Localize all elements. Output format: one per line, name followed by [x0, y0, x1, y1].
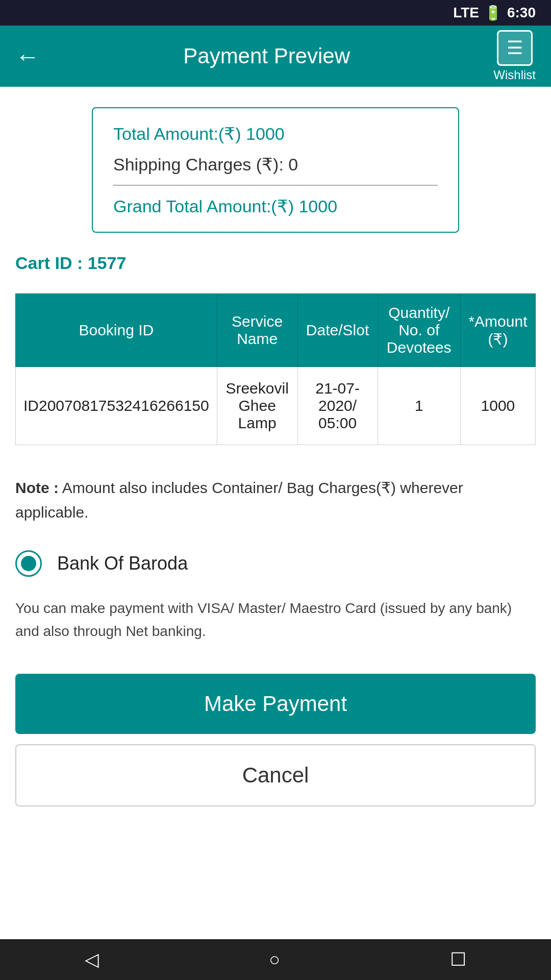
signal-icon: LTE: [453, 5, 479, 21]
wishlist-icon: ☰: [497, 30, 533, 66]
cell-service-name: Sreekovil Ghee Lamp: [217, 367, 297, 445]
note-label: Note :: [15, 479, 59, 496]
note-text: Amount also includes Container/ Bag Char…: [15, 479, 463, 521]
booking-table: Booking ID Service Name Date/Slot Quanti…: [15, 293, 536, 445]
col-amount: *Amount (₹): [460, 294, 535, 367]
cell-quantity: 1: [378, 367, 460, 445]
shipping-charges: Shipping Charges (₹): 0: [113, 154, 438, 186]
col-quantity: Quantity/ No. of Devotees: [378, 294, 460, 367]
status-icons: LTE 🔋 6:30: [453, 5, 536, 21]
cart-id-value: 1577: [88, 253, 127, 273]
main-content: Total Amount:(₹) 1000 Shipping Charges (…: [0, 87, 551, 939]
col-booking-id: Booking ID: [16, 294, 217, 367]
cell-date-slot: 21-07-2020/ 05:00: [297, 367, 378, 445]
time-display: 6:30: [507, 5, 536, 21]
radio-selected-indicator: [21, 556, 36, 571]
cart-id-separator: :: [77, 253, 88, 273]
cancel-button[interactable]: Cancel: [15, 744, 536, 806]
payment-option-row[interactable]: Bank Of Baroda: [15, 550, 536, 577]
page-title: Payment Preview: [183, 44, 350, 68]
cell-booking-id: ID20070817532416266150: [16, 367, 217, 445]
bank-name-label: Bank Of Baroda: [57, 553, 188, 574]
cart-id-label: Cart ID: [15, 253, 72, 273]
visa-info-text: You can make payment with VISA/ Master/ …: [15, 597, 536, 643]
make-payment-button[interactable]: Make Payment: [15, 674, 536, 734]
col-date-slot: Date/Slot: [297, 294, 378, 367]
radio-button-bank-of-baroda[interactable]: [15, 550, 42, 577]
total-amount: Total Amount:(₹) 1000: [113, 124, 438, 144]
nav-back-icon[interactable]: ◁: [85, 949, 99, 970]
status-bar: LTE 🔋 6:30: [0, 0, 551, 26]
wishlist-label: Wishlist: [493, 68, 536, 82]
header: ← Payment Preview ☰ Wishlist: [0, 26, 551, 87]
grand-total: Grand Total Amount:(₹) 1000: [113, 196, 438, 216]
cell-amount: 1000: [460, 367, 535, 445]
wishlist-button[interactable]: ☰ Wishlist: [493, 30, 536, 82]
note-section: Note : Amount also includes Container/ B…: [15, 476, 536, 525]
back-button[interactable]: ←: [15, 42, 40, 70]
nav-recent-icon[interactable]: ☐: [450, 949, 466, 970]
cart-id-row: Cart ID : 1577: [15, 253, 536, 273]
nav-home-icon[interactable]: ○: [269, 949, 280, 970]
table-row: ID20070817532416266150 Sreekovil Ghee La…: [16, 367, 536, 445]
table-header-row: Booking ID Service Name Date/Slot Quanti…: [16, 294, 536, 367]
bottom-navigation: ◁ ○ ☐: [0, 939, 551, 980]
amount-summary-box: Total Amount:(₹) 1000 Shipping Charges (…: [92, 107, 459, 233]
col-service-name: Service Name: [217, 294, 297, 367]
battery-icon: 🔋: [484, 5, 502, 21]
